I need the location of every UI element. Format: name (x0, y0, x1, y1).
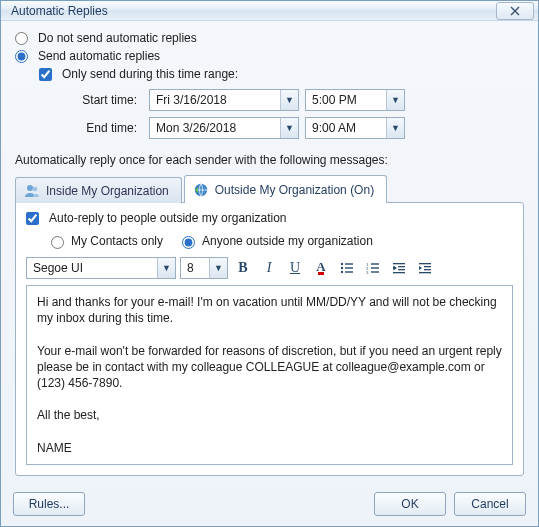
svg-rect-10 (371, 263, 379, 264)
svg-rect-8 (345, 271, 353, 272)
svg-point-0 (27, 185, 33, 191)
end-time-value: 9:00 AM (306, 118, 386, 138)
radio-send-input[interactable] (15, 50, 28, 63)
radio-contacts-only[interactable]: My Contacts only (46, 233, 163, 249)
rules-button[interactable]: Rules... (13, 492, 85, 516)
outdent-icon (392, 261, 406, 275)
svg-point-7 (341, 271, 343, 273)
indent-icon (418, 261, 432, 275)
start-time-value: 5:00 PM (306, 90, 386, 110)
svg-rect-14 (371, 271, 379, 272)
radio-contacts-only-label: My Contacts only (71, 234, 163, 248)
people-icon (24, 183, 40, 199)
numbered-list-icon: 123 (366, 261, 380, 275)
time-range-checkbox[interactable]: Only send during this time range: (39, 67, 524, 81)
radio-do-not-send-label: Do not send automatic replies (38, 31, 197, 45)
svg-point-3 (341, 263, 343, 265)
radio-anyone-label: Anyone outside my organization (202, 234, 373, 248)
end-time-dropdown[interactable]: 9:00 AM ▼ (305, 117, 405, 139)
bullet-list-icon (340, 261, 354, 275)
svg-rect-21 (424, 269, 431, 270)
time-range-grid: Start time: Fri 3/16/2018 ▼ 5:00 PM ▼ En… (63, 89, 524, 139)
scope-row: My Contacts only Anyone outside my organ… (46, 233, 513, 249)
time-range-checkbox-input[interactable] (39, 68, 52, 81)
font-value: Segoe UI (27, 258, 157, 278)
close-icon (510, 6, 520, 16)
font-color-button[interactable]: A (310, 257, 332, 279)
start-date-dropdown[interactable]: Fri 3/16/2018 ▼ (149, 89, 299, 111)
editor-toolbar: Segoe UI ▼ 8 ▼ B I U A 123 (26, 257, 513, 279)
radio-do-not-send-input[interactable] (15, 32, 28, 45)
time-range-checkbox-label: Only send during this time range: (62, 67, 238, 81)
automatic-replies-dialog: Automatic Replies Do not send automatic … (0, 0, 539, 527)
outside-panel: Auto-reply to people outside my organiza… (15, 202, 524, 476)
dialog-footer: Rules... OK Cancel (1, 484, 538, 526)
svg-text:3: 3 (366, 270, 369, 275)
end-date-value: Mon 3/26/2018 (150, 118, 280, 138)
svg-rect-18 (393, 272, 405, 273)
radio-do-not-send[interactable]: Do not send automatic replies (15, 31, 524, 45)
svg-point-5 (341, 267, 343, 269)
svg-rect-4 (345, 263, 353, 264)
start-time-label: Start time: (63, 93, 143, 107)
svg-rect-19 (419, 263, 431, 264)
start-date-value: Fri 3/16/2018 (150, 90, 280, 110)
cancel-button[interactable]: Cancel (454, 492, 526, 516)
tab-outside-label: Outside My Organization (On) (215, 183, 374, 197)
close-button[interactable] (496, 2, 534, 20)
end-time-label: End time: (63, 121, 143, 135)
svg-rect-6 (345, 267, 353, 268)
underline-button[interactable]: U (284, 257, 306, 279)
auto-reply-outside-label: Auto-reply to people outside my organiza… (49, 211, 286, 225)
ok-button[interactable]: OK (374, 492, 446, 516)
titlebar: Automatic Replies (1, 1, 538, 21)
window-title: Automatic Replies (11, 4, 496, 18)
auto-reply-outside-checkbox[interactable]: Auto-reply to people outside my organiza… (26, 211, 513, 225)
radio-send-label: Send automatic replies (38, 49, 160, 63)
chevron-down-icon: ▼ (386, 118, 404, 138)
svg-rect-22 (419, 272, 431, 273)
indent-button[interactable] (414, 257, 436, 279)
radio-anyone-input[interactable] (182, 236, 195, 249)
end-date-dropdown[interactable]: Mon 3/26/2018 ▼ (149, 117, 299, 139)
svg-point-1 (33, 186, 38, 191)
chevron-down-icon: ▼ (209, 258, 227, 278)
radio-anyone[interactable]: Anyone outside my organization (177, 233, 373, 249)
tabs: Inside My Organization Outside My Organi… (15, 175, 524, 203)
svg-rect-15 (393, 263, 405, 264)
svg-rect-12 (371, 267, 379, 268)
font-size-dropdown[interactable]: 8 ▼ (180, 257, 228, 279)
chevron-down-icon: ▼ (157, 258, 175, 278)
message-editor[interactable]: Hi and thanks for your e-mail! I'm on va… (26, 285, 513, 465)
radio-contacts-only-input[interactable] (51, 236, 64, 249)
chevron-down-icon: ▼ (280, 90, 298, 110)
font-size-value: 8 (181, 258, 209, 278)
font-dropdown[interactable]: Segoe UI ▼ (26, 257, 176, 279)
italic-button[interactable]: I (258, 257, 280, 279)
chevron-down-icon: ▼ (280, 118, 298, 138)
svg-rect-20 (424, 266, 431, 267)
svg-rect-17 (398, 269, 405, 270)
bullet-list-button[interactable] (336, 257, 358, 279)
start-time-dropdown[interactable]: 5:00 PM ▼ (305, 89, 405, 111)
tab-outside[interactable]: Outside My Organization (On) (184, 175, 387, 203)
tab-inside-label: Inside My Organization (46, 184, 169, 198)
tab-inside[interactable]: Inside My Organization (15, 177, 182, 203)
section-label: Automatically reply once for each sender… (15, 153, 524, 167)
radio-send[interactable]: Send automatic replies (15, 49, 524, 63)
numbered-list-button[interactable]: 123 (362, 257, 384, 279)
auto-reply-outside-checkbox-input[interactable] (26, 212, 39, 225)
font-color-icon: A (316, 259, 325, 277)
outdent-button[interactable] (388, 257, 410, 279)
chevron-down-icon: ▼ (386, 90, 404, 110)
svg-rect-16 (398, 266, 405, 267)
bold-button[interactable]: B (232, 257, 254, 279)
globe-reply-icon (193, 182, 209, 198)
